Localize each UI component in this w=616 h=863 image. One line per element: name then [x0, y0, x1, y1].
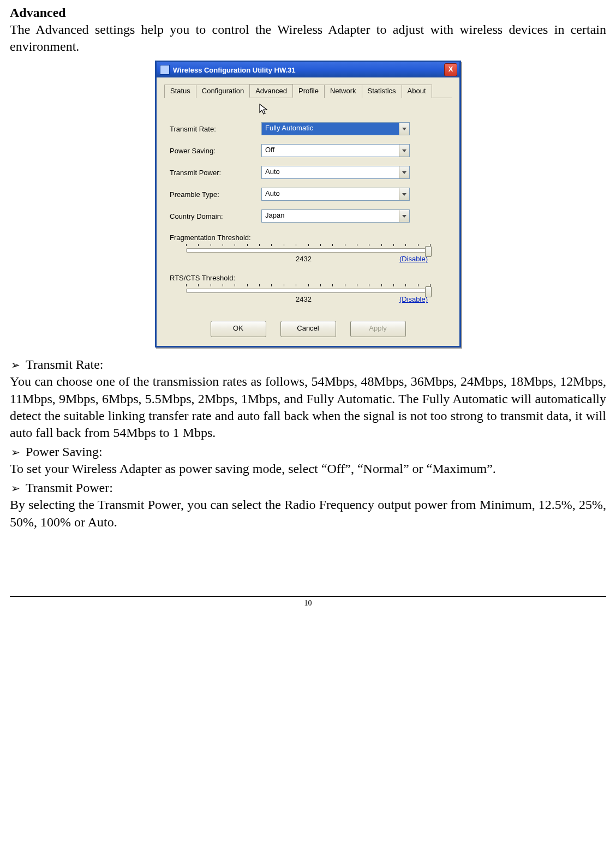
dropdown-value: Fully Automatic: [262, 123, 399, 135]
tab-strip: Status Configuration Advanced Profile Ne…: [164, 84, 452, 98]
label-transmit-power: Transmit Power:: [164, 169, 261, 177]
dropdown-value: Japan: [262, 210, 399, 222]
label-preamble-type: Preamble Type:: [164, 190, 261, 199]
dropdown-preamble-type[interactable]: Auto: [261, 188, 410, 201]
label-power-saving: Power Saving:: [164, 147, 261, 155]
row-transmit-power: Transmit Power: Auto: [164, 166, 452, 179]
label-transmit-rate: Transmit Rate:: [164, 125, 261, 133]
close-button[interactable]: X: [444, 63, 457, 76]
screenshot-container: Wireless Configuration Utility HW.31 X S…: [10, 61, 606, 347]
section-heading: Advanced: [10, 5, 606, 20]
bullet-icon: ➢: [10, 483, 20, 494]
apply-button: Apply: [350, 321, 406, 337]
row-preamble-type: Preamble Type: Auto: [164, 188, 452, 201]
tab-statistics[interactable]: Statistics: [362, 85, 402, 98]
page-number: 10: [10, 596, 606, 616]
cursor-icon: [164, 105, 452, 117]
window-body: Status Configuration Advanced Profile Ne…: [157, 77, 459, 346]
bullet-transmit-rate: ➢ Transmit Rate:: [10, 357, 606, 372]
slider-ticks: [186, 243, 430, 248]
row-country-domain: Country Domain: Japan: [164, 209, 452, 223]
tab-network[interactable]: Network: [324, 85, 362, 98]
row-power-saving: Power Saving: Off: [164, 144, 452, 157]
intro-paragraph: The Advanced settings help you to contro…: [10, 21, 606, 55]
slider-track[interactable]: [186, 289, 430, 293]
dropdown-value: Auto: [262, 166, 399, 178]
slider-thumb[interactable]: [425, 246, 432, 257]
row-transmit-rate: Transmit Rate: Fully Automatic: [164, 122, 452, 135]
slider-ticks: [186, 283, 430, 289]
dropdown-value: Auto: [262, 188, 399, 200]
bullet-power-saving: ➢ Power Saving:: [10, 445, 606, 459]
ok-button[interactable]: OK: [211, 321, 266, 337]
dropdown-country-domain[interactable]: Japan: [261, 209, 410, 223]
dialog-window: Wireless Configuration Utility HW.31 X S…: [155, 61, 461, 347]
chevron-down-icon[interactable]: [399, 210, 409, 222]
cancel-button[interactable]: Cancel: [280, 321, 336, 337]
label-country-domain: Country Domain:: [164, 212, 261, 220]
dropdown-value: Off: [262, 145, 399, 157]
chevron-down-icon[interactable]: [399, 188, 409, 200]
dropdown-transmit-power[interactable]: Auto: [261, 166, 410, 179]
bullet-icon: ➢: [10, 359, 20, 370]
para-transmit-power: By selecting the Transmit Power, you can…: [10, 496, 606, 530]
bullet-title: Transmit Power:: [26, 481, 113, 495]
para-transmit-rate: You can choose one of the transmission r…: [10, 373, 606, 441]
app-icon: [160, 65, 170, 75]
button-row: OK Cancel Apply: [164, 321, 452, 337]
bullet-title: Transmit Rate:: [26, 357, 103, 372]
label-fragmentation-threshold: Fragmentation Threshold:: [164, 233, 452, 242]
readout-rts: 2432 (Disable): [164, 293, 452, 303]
slider-track[interactable]: [186, 248, 430, 253]
chevron-down-icon[interactable]: [399, 166, 409, 178]
tab-status[interactable]: Status: [164, 85, 196, 98]
chevron-down-icon[interactable]: [399, 123, 409, 135]
slider-rts[interactable]: [164, 283, 452, 293]
bullet-title: Power Saving:: [26, 445, 103, 459]
label-rts-threshold: RTS/CTS Threshold:: [164, 274, 452, 282]
bullet-icon: ➢: [10, 447, 20, 458]
tab-advanced[interactable]: Advanced: [249, 84, 293, 98]
slider-fragmentation[interactable]: [164, 243, 452, 253]
dropdown-power-saving[interactable]: Off: [261, 144, 410, 157]
readout-fragmentation: 2432 (Disable): [164, 253, 452, 263]
tab-configuration[interactable]: Configuration: [196, 85, 250, 98]
fragmentation-value: 2432: [208, 255, 399, 263]
tab-about[interactable]: About: [402, 85, 432, 98]
dropdown-transmit-rate[interactable]: Fully Automatic: [261, 122, 410, 135]
slider-thumb[interactable]: [425, 286, 432, 297]
bullet-transmit-power: ➢ Transmit Power:: [10, 481, 606, 495]
chevron-down-icon[interactable]: [399, 145, 409, 157]
window-title: Wireless Configuration Utility HW.31: [173, 66, 444, 74]
rts-value: 2432: [208, 295, 399, 303]
title-bar: Wireless Configuration Utility HW.31 X: [157, 62, 459, 77]
tab-profile[interactable]: Profile: [292, 85, 325, 98]
para-power-saving: To set your Wireless Adapter as power sa…: [10, 460, 606, 477]
